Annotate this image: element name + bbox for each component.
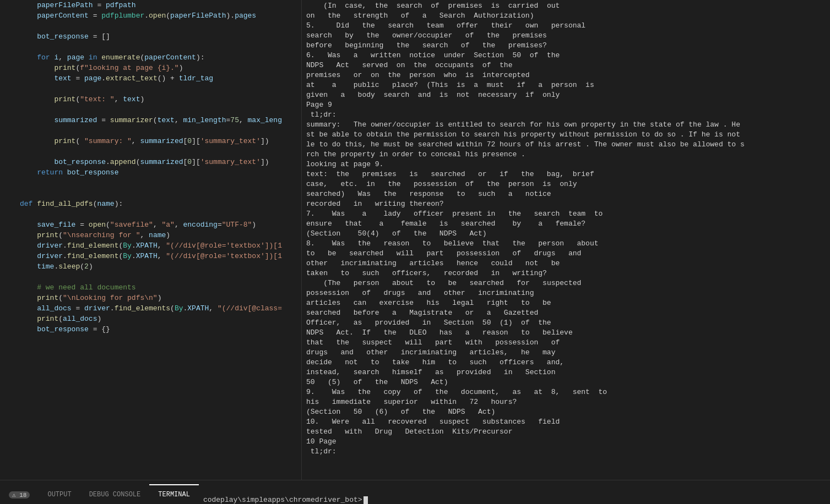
- terminal-path-text: codeplay\simpleapps\chromedriver_bot>: [203, 496, 362, 504]
- code-line: bot_response = {}: [0, 324, 301, 335]
- code-line: [0, 178, 301, 188]
- code-line: driver.find_element(By.XPATH, "(//div[@r…: [0, 240, 301, 251]
- tab-debug-console[interactable]: DEBUG CONSOLE: [80, 484, 150, 504]
- tab-output-label: OUTPUT: [47, 491, 71, 498]
- code-line: [0, 146, 301, 157]
- code-editor: paperFilePath = pdfpath paperContent = p…: [0, 0, 302, 480]
- code-line: text = page.extract_text() + tldr_tag: [0, 73, 301, 84]
- code-line: [0, 42, 301, 52]
- text-output-panel[interactable]: (In case, the search of premises is carr…: [302, 0, 830, 480]
- code-line: print( "summary: ", summarized[0]['summa…: [0, 136, 301, 146]
- tab-output[interactable]: OUTPUT: [39, 484, 80, 504]
- terminal-cursor: [364, 496, 368, 504]
- code-line: [0, 272, 301, 282]
- code-line: paperContent = pdfplumber.open(paperFile…: [0, 10, 301, 21]
- code-line: save_file = open("savefile", "a", encodi…: [0, 220, 301, 230]
- code-line: print("\nsearching for ", name): [0, 230, 301, 240]
- tab-terminal[interactable]: TERMINAL: [149, 484, 199, 504]
- code-area[interactable]: paperFilePath = pdfpath paperContent = p…: [0, 0, 301, 480]
- tab-debug-label: DEBUG CONSOLE: [89, 491, 141, 498]
- terminal-path: codeplay\simpleapps\chromedriver_bot>: [199, 496, 830, 504]
- problems-badge: ⚠ 18: [9, 491, 30, 498]
- bottom-bar: ⚠ 18 OUTPUT DEBUG CONSOLE TERMINAL codep…: [0, 480, 830, 504]
- code-line: [0, 125, 301, 136]
- code-line: print("text: ", text): [0, 94, 301, 105]
- code-line: [0, 188, 301, 199]
- code-line: paperFilePath = pdfpath: [0, 0, 301, 10]
- code-line: [0, 105, 301, 115]
- code-line: bot_response = []: [0, 31, 301, 42]
- code-line: print(f"looking at page {i}."): [0, 63, 301, 73]
- code-line: [0, 209, 301, 220]
- code-line: for i, page in enumerate(paperContent):: [0, 52, 301, 63]
- code-line: time.sleep(2): [0, 261, 301, 272]
- code-line: driver.find_element(By.XPATH, "(//div[@r…: [0, 251, 301, 261]
- code-line: [0, 84, 301, 94]
- code-line: summarized = summarizer(text, min_length…: [0, 115, 301, 125]
- code-line: bot_response.append(summarized[0]['summa…: [0, 157, 301, 167]
- main-content: paperFilePath = pdfpath paperContent = p…: [0, 0, 830, 480]
- code-line: [0, 21, 301, 31]
- code-line: # we need all documents: [0, 282, 301, 293]
- tab-bar: ⚠ 18 OUTPUT DEBUG CONSOLE TERMINAL: [0, 480, 199, 504]
- code-line: all_docs = driver.find_elements(By.XPATH…: [0, 303, 301, 314]
- tab-problems[interactable]: ⚠ 18: [0, 484, 39, 504]
- code-line: def find_all_pdfs(name):: [0, 199, 301, 209]
- tab-terminal-label: TERMINAL: [158, 491, 190, 498]
- code-line: print("\nLooking for pdfs\n"): [0, 293, 301, 303]
- code-line: print(all_docs): [0, 314, 301, 324]
- code-line: return bot_response: [0, 167, 301, 178]
